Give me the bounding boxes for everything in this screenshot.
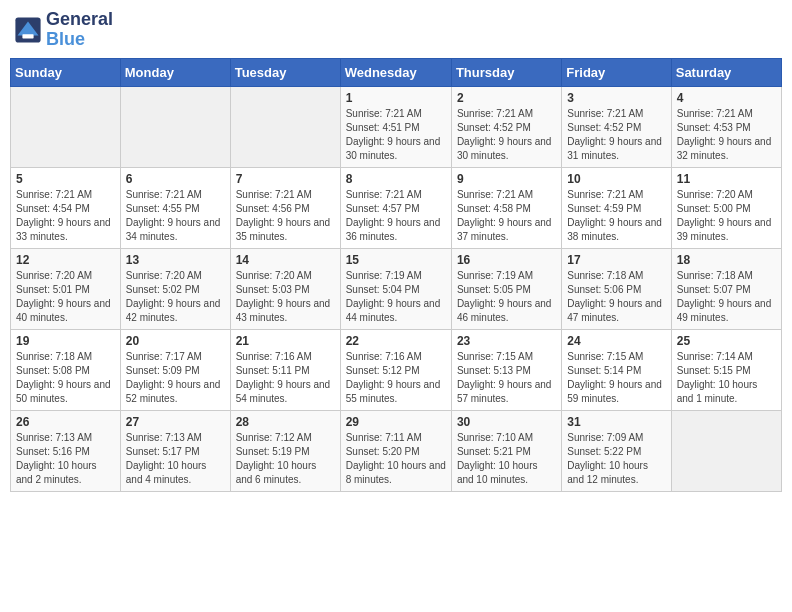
calendar-week-row: 5Sunrise: 7:21 AM Sunset: 4:54 PM Daylig…: [11, 167, 782, 248]
day-info: Sunrise: 7:12 AM Sunset: 5:19 PM Dayligh…: [236, 431, 335, 487]
day-number: 31: [567, 415, 665, 429]
day-info: Sunrise: 7:11 AM Sunset: 5:20 PM Dayligh…: [346, 431, 446, 487]
day-number: 26: [16, 415, 115, 429]
calendar-cell: 16Sunrise: 7:19 AM Sunset: 5:05 PM Dayli…: [451, 248, 561, 329]
day-info: Sunrise: 7:13 AM Sunset: 5:17 PM Dayligh…: [126, 431, 225, 487]
calendar-cell: 22Sunrise: 7:16 AM Sunset: 5:12 PM Dayli…: [340, 329, 451, 410]
calendar-cell: 27Sunrise: 7:13 AM Sunset: 5:17 PM Dayli…: [120, 410, 230, 491]
weekday-header-row: SundayMondayTuesdayWednesdayThursdayFrid…: [11, 58, 782, 86]
day-info: Sunrise: 7:18 AM Sunset: 5:06 PM Dayligh…: [567, 269, 665, 325]
day-info: Sunrise: 7:21 AM Sunset: 4:55 PM Dayligh…: [126, 188, 225, 244]
day-number: 10: [567, 172, 665, 186]
logo-text: General Blue: [46, 10, 113, 50]
day-info: Sunrise: 7:16 AM Sunset: 5:12 PM Dayligh…: [346, 350, 446, 406]
day-info: Sunrise: 7:15 AM Sunset: 5:13 PM Dayligh…: [457, 350, 556, 406]
day-number: 23: [457, 334, 556, 348]
calendar-cell: [230, 86, 340, 167]
weekday-header-sunday: Sunday: [11, 58, 121, 86]
day-info: Sunrise: 7:21 AM Sunset: 4:52 PM Dayligh…: [567, 107, 665, 163]
calendar-cell: 5Sunrise: 7:21 AM Sunset: 4:54 PM Daylig…: [11, 167, 121, 248]
calendar-cell: 28Sunrise: 7:12 AM Sunset: 5:19 PM Dayli…: [230, 410, 340, 491]
day-info: Sunrise: 7:21 AM Sunset: 4:56 PM Dayligh…: [236, 188, 335, 244]
day-info: Sunrise: 7:10 AM Sunset: 5:21 PM Dayligh…: [457, 431, 556, 487]
day-info: Sunrise: 7:18 AM Sunset: 5:07 PM Dayligh…: [677, 269, 776, 325]
day-number: 30: [457, 415, 556, 429]
day-info: Sunrise: 7:21 AM Sunset: 4:53 PM Dayligh…: [677, 107, 776, 163]
day-info: Sunrise: 7:16 AM Sunset: 5:11 PM Dayligh…: [236, 350, 335, 406]
calendar-cell: 18Sunrise: 7:18 AM Sunset: 5:07 PM Dayli…: [671, 248, 781, 329]
day-info: Sunrise: 7:13 AM Sunset: 5:16 PM Dayligh…: [16, 431, 115, 487]
calendar-table: SundayMondayTuesdayWednesdayThursdayFrid…: [10, 58, 782, 492]
calendar-cell: 23Sunrise: 7:15 AM Sunset: 5:13 PM Dayli…: [451, 329, 561, 410]
day-number: 2: [457, 91, 556, 105]
weekday-header-wednesday: Wednesday: [340, 58, 451, 86]
weekday-header-saturday: Saturday: [671, 58, 781, 86]
day-number: 7: [236, 172, 335, 186]
calendar-cell: 24Sunrise: 7:15 AM Sunset: 5:14 PM Dayli…: [562, 329, 671, 410]
calendar-cell: 11Sunrise: 7:20 AM Sunset: 5:00 PM Dayli…: [671, 167, 781, 248]
weekday-header-tuesday: Tuesday: [230, 58, 340, 86]
calendar-cell: 9Sunrise: 7:21 AM Sunset: 4:58 PM Daylig…: [451, 167, 561, 248]
day-number: 18: [677, 253, 776, 267]
day-number: 28: [236, 415, 335, 429]
calendar-cell: [120, 86, 230, 167]
weekday-header-friday: Friday: [562, 58, 671, 86]
day-number: 5: [16, 172, 115, 186]
day-number: 12: [16, 253, 115, 267]
day-info: Sunrise: 7:14 AM Sunset: 5:15 PM Dayligh…: [677, 350, 776, 406]
day-number: 20: [126, 334, 225, 348]
calendar-cell: 3Sunrise: 7:21 AM Sunset: 4:52 PM Daylig…: [562, 86, 671, 167]
calendar-week-row: 12Sunrise: 7:20 AM Sunset: 5:01 PM Dayli…: [11, 248, 782, 329]
day-info: Sunrise: 7:19 AM Sunset: 5:04 PM Dayligh…: [346, 269, 446, 325]
day-number: 29: [346, 415, 446, 429]
day-number: 1: [346, 91, 446, 105]
day-number: 25: [677, 334, 776, 348]
calendar-cell: 31Sunrise: 7:09 AM Sunset: 5:22 PM Dayli…: [562, 410, 671, 491]
day-info: Sunrise: 7:21 AM Sunset: 4:58 PM Dayligh…: [457, 188, 556, 244]
calendar-cell: 13Sunrise: 7:20 AM Sunset: 5:02 PM Dayli…: [120, 248, 230, 329]
calendar-cell: 17Sunrise: 7:18 AM Sunset: 5:06 PM Dayli…: [562, 248, 671, 329]
day-info: Sunrise: 7:17 AM Sunset: 5:09 PM Dayligh…: [126, 350, 225, 406]
day-number: 19: [16, 334, 115, 348]
day-number: 21: [236, 334, 335, 348]
day-number: 4: [677, 91, 776, 105]
calendar-cell: 21Sunrise: 7:16 AM Sunset: 5:11 PM Dayli…: [230, 329, 340, 410]
day-info: Sunrise: 7:21 AM Sunset: 4:57 PM Dayligh…: [346, 188, 446, 244]
calendar-cell: 2Sunrise: 7:21 AM Sunset: 4:52 PM Daylig…: [451, 86, 561, 167]
day-info: Sunrise: 7:15 AM Sunset: 5:14 PM Dayligh…: [567, 350, 665, 406]
calendar-cell: 1Sunrise: 7:21 AM Sunset: 4:51 PM Daylig…: [340, 86, 451, 167]
svg-rect-2: [22, 34, 33, 38]
calendar-cell: 8Sunrise: 7:21 AM Sunset: 4:57 PM Daylig…: [340, 167, 451, 248]
page-header: General Blue: [10, 10, 782, 50]
day-number: 15: [346, 253, 446, 267]
calendar-cell: 25Sunrise: 7:14 AM Sunset: 5:15 PM Dayli…: [671, 329, 781, 410]
logo: General Blue: [14, 10, 113, 50]
calendar-cell: 6Sunrise: 7:21 AM Sunset: 4:55 PM Daylig…: [120, 167, 230, 248]
calendar-week-row: 19Sunrise: 7:18 AM Sunset: 5:08 PM Dayli…: [11, 329, 782, 410]
weekday-header-thursday: Thursday: [451, 58, 561, 86]
day-info: Sunrise: 7:20 AM Sunset: 5:00 PM Dayligh…: [677, 188, 776, 244]
day-info: Sunrise: 7:09 AM Sunset: 5:22 PM Dayligh…: [567, 431, 665, 487]
calendar-week-row: 26Sunrise: 7:13 AM Sunset: 5:16 PM Dayli…: [11, 410, 782, 491]
day-number: 11: [677, 172, 776, 186]
calendar-cell: 29Sunrise: 7:11 AM Sunset: 5:20 PM Dayli…: [340, 410, 451, 491]
calendar-cell: 26Sunrise: 7:13 AM Sunset: 5:16 PM Dayli…: [11, 410, 121, 491]
day-info: Sunrise: 7:20 AM Sunset: 5:01 PM Dayligh…: [16, 269, 115, 325]
day-number: 14: [236, 253, 335, 267]
day-number: 22: [346, 334, 446, 348]
calendar-week-row: 1Sunrise: 7:21 AM Sunset: 4:51 PM Daylig…: [11, 86, 782, 167]
calendar-cell: 30Sunrise: 7:10 AM Sunset: 5:21 PM Dayli…: [451, 410, 561, 491]
day-number: 27: [126, 415, 225, 429]
day-number: 6: [126, 172, 225, 186]
day-info: Sunrise: 7:21 AM Sunset: 4:51 PM Dayligh…: [346, 107, 446, 163]
calendar-cell: 15Sunrise: 7:19 AM Sunset: 5:04 PM Dayli…: [340, 248, 451, 329]
day-number: 16: [457, 253, 556, 267]
day-info: Sunrise: 7:18 AM Sunset: 5:08 PM Dayligh…: [16, 350, 115, 406]
calendar-cell: 20Sunrise: 7:17 AM Sunset: 5:09 PM Dayli…: [120, 329, 230, 410]
day-number: 9: [457, 172, 556, 186]
day-number: 24: [567, 334, 665, 348]
calendar-cell: 4Sunrise: 7:21 AM Sunset: 4:53 PM Daylig…: [671, 86, 781, 167]
day-info: Sunrise: 7:21 AM Sunset: 4:54 PM Dayligh…: [16, 188, 115, 244]
day-number: 3: [567, 91, 665, 105]
day-info: Sunrise: 7:19 AM Sunset: 5:05 PM Dayligh…: [457, 269, 556, 325]
